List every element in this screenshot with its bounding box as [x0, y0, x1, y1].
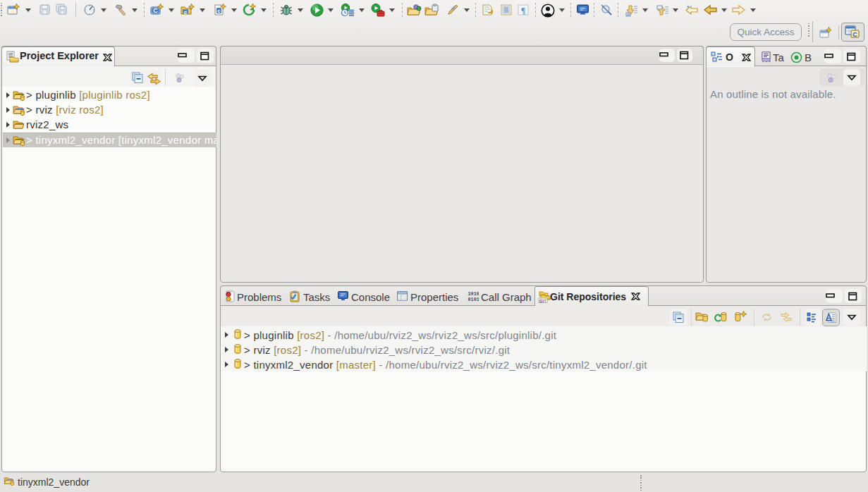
svg-text:C: C: [153, 7, 158, 14]
svg-text:GIT: GIT: [539, 299, 546, 303]
svg-text:C: C: [852, 31, 857, 38]
svg-text:¶: ¶: [521, 6, 525, 16]
svg-text:c: c: [184, 9, 188, 16]
svg-text:c: c: [217, 8, 221, 14]
svg-text:0101: 0101: [468, 297, 479, 302]
